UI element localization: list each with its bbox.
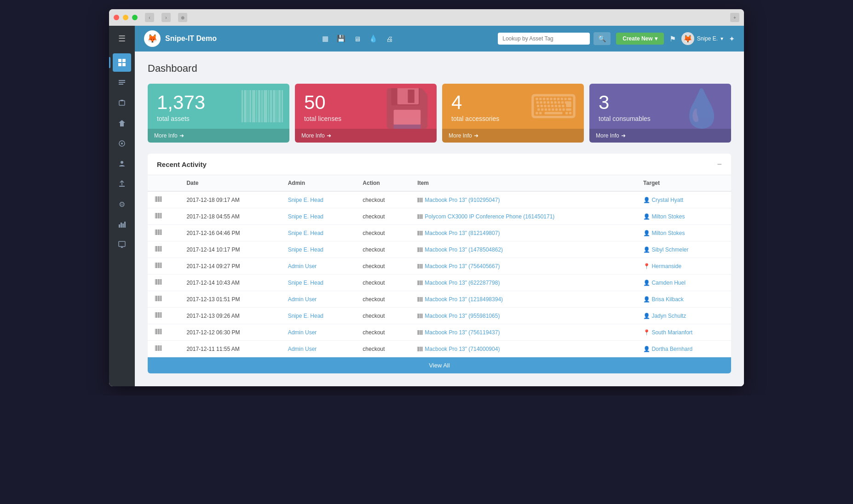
sidebar-item-help[interactable] bbox=[113, 235, 131, 254]
row-admin[interactable]: Snipe E. Head bbox=[281, 208, 356, 225]
svg-rect-92 bbox=[423, 264, 423, 269]
stat-card-consumables[interactable]: 💧 3 total consumables More Info ➜ bbox=[589, 84, 731, 143]
svg-rect-108 bbox=[158, 296, 159, 301]
row-admin[interactable]: Admin User bbox=[281, 341, 356, 357]
row-admin[interactable]: Admin User bbox=[281, 324, 356, 341]
nav-icon-liquid[interactable]: 💧 bbox=[369, 34, 378, 43]
sidebar-item-reports[interactable] bbox=[113, 215, 131, 234]
row-target[interactable]: 👤 Milton Stokes bbox=[636, 225, 731, 241]
licenses-more-info[interactable]: More Info ➜ bbox=[295, 129, 437, 143]
nav-icon-licenses[interactable]: 💾 bbox=[337, 34, 346, 43]
row-item[interactable]: Macbook Pro 13" (812149807) bbox=[410, 225, 636, 241]
row-target[interactable]: 👤 Dortha Bernhard bbox=[636, 341, 731, 357]
maximize-button[interactable] bbox=[132, 15, 138, 20]
nav-icon-assets[interactable]: ▦ bbox=[322, 34, 329, 43]
consumables-more-info[interactable]: More Info ➜ bbox=[589, 129, 731, 143]
activity-panel: Recent Activity − Date Admin Action Item bbox=[148, 154, 731, 373]
row-item[interactable]: Macbook Pro 13" (756405667) bbox=[410, 258, 636, 275]
svg-rect-64 bbox=[418, 231, 419, 235]
svg-rect-30 bbox=[277, 90, 277, 122]
row-item[interactable]: Macbook Pro 13" (910295047) bbox=[410, 191, 636, 208]
stat-card-assets[interactable]: 1,373 total assets More Info ➜ bbox=[148, 84, 289, 143]
row-date: 2017-12-14 10:17 PM bbox=[179, 241, 280, 258]
row-item[interactable]: Macbook Pro 13" (714000904) bbox=[410, 341, 636, 357]
row-item[interactable]: Macbook Pro 13" (756119437) bbox=[410, 324, 636, 341]
close-button[interactable] bbox=[114, 15, 119, 20]
row-item[interactable]: Macbook Pro 13" (622287798) bbox=[410, 275, 636, 291]
svg-rect-71 bbox=[157, 246, 158, 252]
svg-rect-74 bbox=[161, 246, 161, 252]
svg-rect-125 bbox=[420, 314, 420, 318]
row-item[interactable]: Polycom CX3000 IP Conference Phone (1614… bbox=[410, 208, 636, 225]
collapse-button[interactable]: − bbox=[717, 160, 722, 168]
sidebar-item-menu[interactable]: ☰ bbox=[113, 29, 131, 48]
row-admin[interactable]: Admin User bbox=[281, 258, 356, 275]
svg-rect-128 bbox=[423, 314, 423, 318]
row-item[interactable]: Macbook Pro 13" (955981065) bbox=[410, 308, 636, 324]
sidebar-item-components[interactable] bbox=[113, 134, 131, 153]
svg-rect-127 bbox=[422, 314, 422, 318]
row-target[interactable]: 📍 South Marianfort bbox=[636, 324, 731, 341]
back-button[interactable]: ‹ bbox=[145, 13, 154, 22]
sidebar-item-users[interactable] bbox=[113, 155, 131, 173]
sidebar-item-accessories[interactable] bbox=[113, 94, 131, 112]
svg-rect-102 bbox=[421, 281, 421, 285]
accessories-more-info[interactable]: More Info ➜ bbox=[442, 129, 584, 143]
minimize-button[interactable] bbox=[123, 15, 128, 20]
assets-more-info[interactable]: More Info ➜ bbox=[148, 129, 289, 143]
create-new-button[interactable]: Create New ▾ bbox=[616, 33, 663, 45]
svg-rect-103 bbox=[422, 281, 422, 285]
svg-rect-43 bbox=[422, 198, 422, 202]
titlebar-action[interactable]: + bbox=[730, 13, 739, 22]
sidebar-item-consumables[interactable] bbox=[113, 114, 131, 132]
row-action: checkout bbox=[355, 191, 410, 208]
sidebar-item-dashboard[interactable] bbox=[113, 53, 131, 72]
row-target[interactable]: 👤 Camden Huel bbox=[636, 275, 731, 291]
svg-rect-24 bbox=[258, 90, 260, 122]
svg-rect-44 bbox=[423, 198, 423, 202]
flag-button[interactable]: ⚑ bbox=[669, 34, 676, 43]
refresh-button[interactable]: ⊕ bbox=[178, 13, 187, 22]
svg-rect-117 bbox=[155, 312, 156, 318]
nav-icon-screens[interactable]: 🖥 bbox=[354, 35, 361, 43]
stat-card-accessories[interactable]: ⌨ 4 total accessories More Info ➜ bbox=[442, 84, 584, 143]
svg-rect-95 bbox=[157, 279, 158, 285]
view-all-button[interactable]: View All bbox=[148, 357, 731, 373]
row-admin[interactable]: Snipe E. Head bbox=[281, 225, 356, 241]
nav-icon-print[interactable]: 🖨 bbox=[386, 35, 393, 43]
row-target[interactable]: 👤 Sibyl Schmeler bbox=[636, 241, 731, 258]
user-menu[interactable]: 🦊 Snipe E. ▾ bbox=[681, 32, 723, 45]
svg-rect-49 bbox=[160, 213, 160, 218]
row-target[interactable]: 👤 Jadyn Schultz bbox=[636, 308, 731, 324]
svg-rect-55 bbox=[422, 214, 422, 219]
row-item[interactable]: Macbook Pro 13" (1478504862) bbox=[410, 241, 636, 258]
svg-rect-138 bbox=[421, 330, 421, 335]
row-admin[interactable]: Snipe E. Head bbox=[281, 191, 356, 208]
share-button[interactable]: ✦ bbox=[729, 34, 735, 43]
row-admin[interactable]: Snipe E. Head bbox=[281, 308, 356, 324]
search-input[interactable] bbox=[498, 33, 590, 45]
svg-rect-124 bbox=[418, 314, 419, 318]
row-admin[interactable]: Snipe E. Head bbox=[281, 275, 356, 291]
row-target[interactable]: 👤 Brisa Kilback bbox=[636, 291, 731, 308]
row-admin[interactable]: Snipe E. Head bbox=[281, 241, 356, 258]
sidebar-item-upload[interactable] bbox=[113, 175, 131, 193]
row-action: checkout bbox=[355, 258, 410, 275]
row-target[interactable]: 👤 Milton Stokes bbox=[636, 208, 731, 225]
sidebar-item-settings[interactable]: ⚙ bbox=[113, 195, 131, 213]
sidebar-item-licenses[interactable] bbox=[113, 74, 131, 92]
col-target: Target bbox=[636, 175, 731, 191]
table-row: 2017-12-13 01:51 PMAdmin UsercheckoutMac… bbox=[148, 291, 731, 308]
svg-rect-89 bbox=[420, 264, 420, 269]
search-button[interactable]: 🔍 bbox=[594, 32, 611, 45]
forward-button[interactable]: › bbox=[161, 13, 171, 22]
stat-card-licenses[interactable]: 💾 50 total licenses More Info ➜ bbox=[295, 84, 437, 143]
row-target[interactable]: 📍 Hermanside bbox=[636, 258, 731, 275]
svg-rect-148 bbox=[418, 347, 419, 351]
row-item[interactable]: Macbook Pro 13" (1218498394) bbox=[410, 291, 636, 308]
svg-rect-5 bbox=[119, 82, 125, 83]
table-row: 2017-12-18 04:55 AMSnipe E. Headcheckout… bbox=[148, 208, 731, 225]
row-target[interactable]: 👤 Crystal Hyatt bbox=[636, 191, 731, 208]
row-admin[interactable]: Admin User bbox=[281, 291, 356, 308]
svg-rect-122 bbox=[161, 312, 161, 318]
